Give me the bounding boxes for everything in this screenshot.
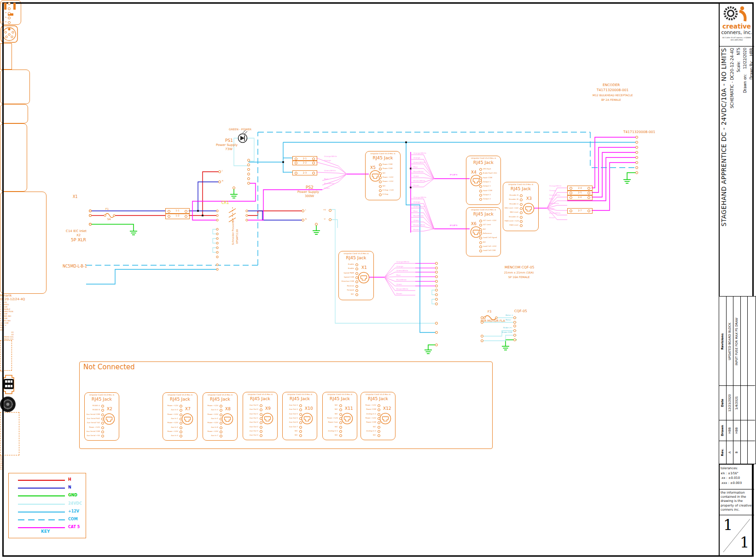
wire-label: Blue [413,166,418,168]
fuse-terminal [495,317,497,319]
revision-cell: Date [719,385,726,420]
ps1-pin [247,163,250,166]
card-designator: X1 [361,265,367,270]
card-designator: X6 [471,221,477,226]
relay-pin [216,242,218,244]
encoder-pin [635,136,638,139]
card-pin: Encoder /A [505,215,523,219]
key-line-+12V [18,512,65,512]
card-pin: FWD Limit +12V [505,219,523,223]
wire-label: Blue/White [549,202,559,204]
card-pin: Input COM [479,176,500,180]
key-label-N: N [68,485,71,489]
junction-dot [405,141,407,143]
ps1-pin [247,177,250,180]
label: T4171320008-001 [623,130,655,134]
card-subtitle: RJ45 Jack [503,186,538,191]
fan-wire [316,172,347,174]
encoder-pin [635,161,638,164]
drawing-subtitle: SCHEMATIC - DC20-12-24-4Q [730,48,734,108]
ps2-pin [329,209,331,212]
label: ENCODER [603,83,620,87]
label: T4171320008-001 [597,88,628,92]
label: Motor - [506,319,512,321]
fuse-terminal [113,215,115,216]
card-subtitle: RJ45 Jack [466,160,500,165]
card-pin: N/C [340,292,359,297]
minarik-pin-left [435,289,438,291]
relay-pin [216,238,218,239]
card-title: Unipolar Card V5.0 Rev A [503,183,538,186]
card-designator: X5 [370,165,376,170]
card-subtitle: RJ45 Jack [339,255,373,260]
wire-label: Green [324,187,330,189]
label: PS1 [225,139,233,143]
minarik-pin-left [435,293,438,296]
not-connected-title: Not Connected [83,363,135,371]
tolerances-title: tolerances: [721,466,754,471]
wire-label: Brown [413,184,419,186]
label: F1 [105,208,109,210]
revision-cell: Drawn [719,420,726,441]
wire-label: Brown [396,292,402,295]
key-label-+12V: +12V [68,509,79,513]
card-pin: Load Cell Signal [479,236,500,240]
revision-cell [741,297,748,385]
card-pin: Enable [340,262,359,267]
wire-label: Green [396,283,402,285]
label: 5P XLR [71,238,86,242]
label: MENCOM CQF-05 [505,266,535,269]
relay-pin [216,219,218,221]
wire-cat5 [592,147,638,192]
card-pin: REV Limit +12V [505,206,523,210]
minarik-pin-right [481,339,483,342]
label: Motor + [506,314,513,316]
card-pin: Forward [340,288,359,292]
xlr-pin: COM ← [0,2,11,6]
revision-cell: 12/23/2020 [727,385,733,420]
minarik-pin-left [435,331,438,334]
wire-label: Green [413,175,419,177]
key-line-GND [18,495,65,496]
encoder-pin [635,146,638,149]
terminal-block-1-2: 1-2 [165,213,190,219]
relay-pin [216,210,218,212]
schematic-sheet: Orange/WhiteOrangeGreen/WhiteBlueBlue/Wh… [0,0,756,559]
card-pin: Load Cell +24V [479,245,500,249]
cqf-pin [513,325,516,327]
wire-hot [248,211,303,215]
iec-prong [13,3,16,10]
card-pin: Direction COM [340,280,359,284]
card-pin: Output 1 [479,184,500,188]
key-label-GND: GND [68,493,77,497]
relay-pin [216,251,218,253]
revision-cell: UPDATED BOARD BLOCK [727,297,733,385]
encoder-pin [635,166,638,169]
card-subtitle: RJ45 Jack [466,211,500,216]
logo-gear-icon [721,5,753,22]
revision-row: AHBB12/23/2020UPDATED BOARD BLOCK [727,297,734,464]
wire-12v [86,269,216,284]
ps2-pin [329,218,331,221]
junction-dot [282,161,284,163]
label: 5A [107,218,111,221]
encoder-pin [635,151,638,154]
tolerance-line-2: .xx : ±0.010 [721,476,754,481]
label: GREEN - POWER [229,128,251,131]
wire-label: Green/White [413,161,425,163]
key-label-H: H [68,477,71,482]
revision-cell: HBB [727,420,733,441]
cqf-pin [513,329,516,332]
card-pin: FWD Limit [505,223,523,227]
card-pin: Encoder B [505,193,523,198]
card-pin: E-Stop +12V [379,188,399,192]
drawn-on-value: 12/22/2020 [743,48,747,69]
ps1-pin [247,159,250,162]
label: -V [324,218,326,220]
fan-wire [411,178,434,179]
relay-pin [216,247,218,249]
wire-label: Blue [324,178,328,180]
rj45-jack-icon [523,203,535,215]
revision-cell: Revisions [719,297,726,385]
card-title: Unipolar Card V5.0 Rev A [466,209,500,211]
